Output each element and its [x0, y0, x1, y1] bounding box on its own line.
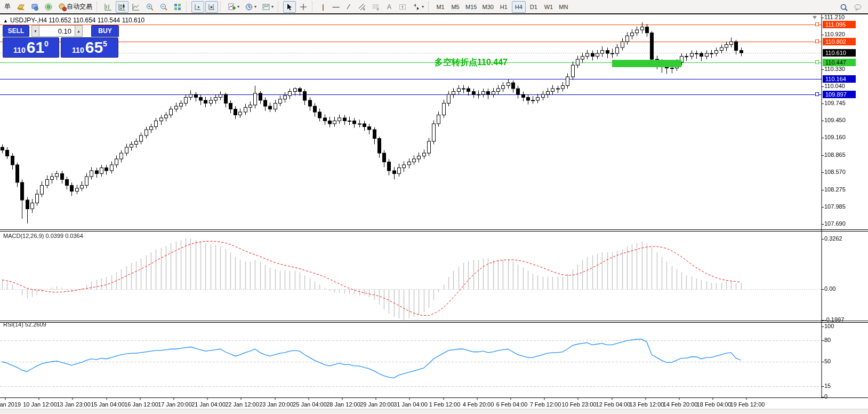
mt4-window: 单 自动交易: [0, 0, 868, 414]
candlestick-icon: [118, 3, 126, 11]
accounts-button[interactable]: [28, 1, 41, 13]
timeframe-m15-button[interactable]: M15: [463, 1, 479, 13]
clock-icon: [245, 3, 253, 11]
timeframe-w1-button[interactable]: W1: [542, 1, 556, 13]
autotrading-button[interactable]: 自动交易: [56, 1, 94, 13]
channel-icon: E: [358, 3, 366, 11]
sell-price-point: 0: [44, 39, 49, 48]
toolbar-separator: [428, 2, 431, 12]
buy-price-point: 5: [103, 39, 107, 48]
chart-candles-button[interactable]: [116, 1, 128, 13]
templates-button[interactable]: ▾: [260, 1, 276, 13]
sell-price-pips: 61: [27, 38, 44, 57]
indicators-button[interactable]: ▾: [226, 1, 242, 13]
one-click-trade-panel: SELL ▼ ▲ BUY 110 61 0 110 65 5: [3, 25, 119, 58]
zoom-in-icon: [146, 3, 154, 11]
rsi-indicator-label: RSI(14) 52.2609: [3, 321, 46, 328]
horizontal-line-icon: —: [333, 3, 340, 11]
dropdown-caret: ▾: [254, 4, 256, 9]
symbol-ohlc-text: USDJPY-,H4 110.652 110.654 110.544 110.6…: [10, 17, 144, 24]
arrows-tool-icon: [412, 3, 421, 11]
sell-price-tile[interactable]: 110 61 0: [3, 37, 59, 58]
autotrading-label: 自动交易: [67, 2, 92, 11]
signals-icon: [44, 3, 53, 11]
volume-input[interactable]: [39, 25, 75, 37]
arrows-tool-button[interactable]: ▾: [410, 1, 426, 13]
text-tool-icon: A: [387, 3, 391, 11]
zoom-out-icon: [159, 3, 168, 11]
template-icon: [262, 3, 270, 11]
history-icon: [17, 3, 25, 11]
tile-windows-button[interactable]: [171, 1, 184, 13]
label-tool-button[interactable]: T: [396, 1, 409, 13]
timeframe-m5-button[interactable]: M5: [448, 1, 462, 13]
sell-button[interactable]: SELL: [3, 25, 29, 37]
chart-text-annotation[interactable]: 多空转折点110.447: [435, 57, 508, 68]
crosshair-button[interactable]: [297, 1, 310, 13]
volume-down-button[interactable]: ▼: [31, 25, 39, 37]
buy-price-pips: 65: [85, 38, 103, 57]
status-bar: [0, 409, 868, 414]
volume-up-button[interactable]: ▲: [75, 25, 83, 37]
timeframe-d1-button[interactable]: D1: [527, 1, 541, 13]
chart-line-button[interactable]: [130, 1, 142, 13]
timeframe-m30-button[interactable]: M30: [480, 1, 495, 13]
auto-scroll-icon: [194, 3, 202, 11]
cursor-icon: [285, 3, 294, 11]
timeframe-m1-button[interactable]: M1: [433, 1, 447, 13]
chat-bubble-icon: [854, 3, 862, 12]
new-order-button[interactable]: 单: [2, 1, 13, 13]
buy-button[interactable]: BUY: [91, 25, 119, 37]
fibonacci-icon: F: [372, 3, 380, 11]
accounts-icon: [30, 3, 39, 11]
svg-text:T: T: [401, 5, 404, 10]
label-tool-icon: T: [398, 3, 407, 11]
vertical-line-button[interactable]: |: [317, 1, 329, 13]
symbol-title: ▲USDJPY-,H4 110.652 110.654 110.544 110.…: [3, 17, 144, 24]
line-chart-icon: [132, 3, 140, 11]
zoom-out-button[interactable]: [157, 1, 170, 13]
dropdown-caret: ▾: [271, 4, 274, 9]
sell-price-figure: 110: [13, 46, 26, 54]
chart-shift-button[interactable]: [205, 1, 218, 13]
svg-text:E: E: [363, 7, 365, 11]
bar-chart-icon: [104, 3, 112, 11]
crosshair-icon: [299, 3, 308, 11]
equidistant-channel-button[interactable]: E: [356, 1, 368, 13]
timeframe-group: M1M5M15M30H1H4D1W1MN: [433, 0, 571, 14]
dropdown-caret: ▾: [422, 4, 424, 9]
vertical-line-icon: |: [322, 3, 324, 11]
timeframe-mn-button[interactable]: MN: [557, 1, 570, 13]
search-button[interactable]: [838, 2, 850, 13]
signals-button[interactable]: [42, 1, 55, 13]
timeframe-h1-button[interactable]: H1: [497, 1, 511, 13]
auto-scroll-button[interactable]: [191, 1, 204, 13]
main-toolbar: 单 自动交易: [0, 0, 868, 14]
new-order-label: 单: [4, 2, 11, 11]
toolbar-separator: [220, 2, 223, 12]
trendline-button[interactable]: ∕: [343, 1, 355, 13]
toolbar-separator: [186, 2, 189, 12]
chart-canvas[interactable]: [0, 14, 868, 414]
dropdown-caret: ▾: [237, 4, 239, 9]
horizontal-line-button[interactable]: —: [330, 1, 342, 13]
toolbar-separator: [278, 2, 281, 12]
buy-price-tile[interactable]: 110 65 5: [61, 37, 118, 58]
collapse-arrow-icon[interactable]: ▲: [3, 18, 8, 23]
history-center-button[interactable]: [14, 1, 27, 13]
macd-indicator-label: MACD(12,26,9) 0.0399 0.0364: [3, 233, 83, 239]
chart-window: ▲USDJPY-,H4 110.652 110.654 110.544 110.…: [0, 14, 868, 414]
zoom-in-button[interactable]: [143, 1, 156, 13]
chart-bars-button[interactable]: [102, 1, 115, 13]
timeframe-h4-button[interactable]: H4: [512, 1, 526, 13]
text-tool-button[interactable]: A: [383, 1, 395, 13]
chat-button[interactable]: [851, 2, 864, 13]
fibonacci-button[interactable]: F: [369, 1, 382, 13]
tile-windows-icon: [173, 3, 182, 11]
svg-text:F: F: [377, 8, 379, 11]
toolbar-separator: [312, 2, 315, 12]
periods-button[interactable]: ▾: [243, 1, 259, 13]
cursor-button[interactable]: [283, 1, 296, 13]
indicators-add-icon: [228, 3, 236, 11]
trendline-icon: ∕: [348, 3, 349, 11]
